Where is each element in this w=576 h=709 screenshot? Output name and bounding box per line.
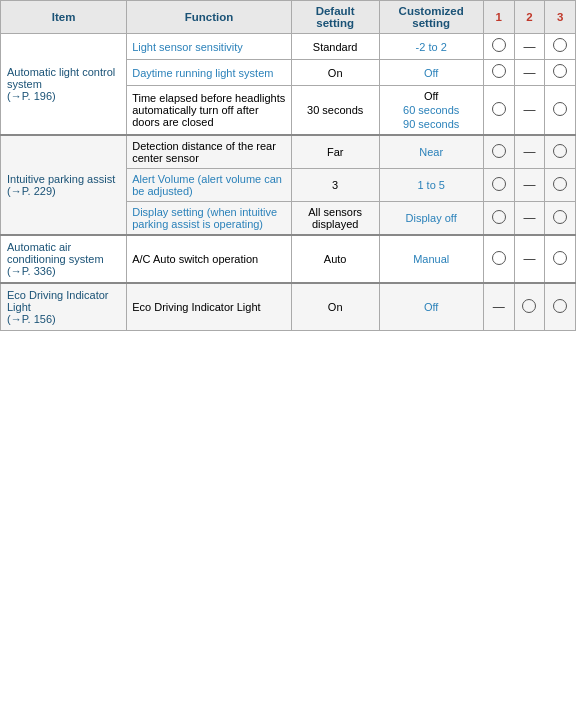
col1-cell	[483, 235, 514, 283]
header-default-setting: Default setting	[291, 1, 379, 34]
col2-cell: —	[514, 202, 545, 236]
col1-cell: —	[483, 283, 514, 331]
header-col2: 2	[514, 1, 545, 34]
circle-icon	[553, 251, 567, 265]
circle-icon	[553, 38, 567, 52]
default-cell: On	[291, 283, 379, 331]
item-cell: Intuitive parking assist(→P. 229)	[1, 135, 127, 235]
custom-cell: 1 to 5	[379, 169, 483, 202]
circle-icon	[492, 251, 506, 265]
custom-cell: Off	[379, 283, 483, 331]
function-cell: Time elapsed before headlights automatic…	[127, 86, 292, 136]
col2-cell: —	[514, 86, 545, 136]
default-cell: 30 seconds	[291, 86, 379, 136]
col1-cell	[483, 202, 514, 236]
col3-cell	[545, 202, 576, 236]
col3-cell	[545, 60, 576, 86]
header-col1: 1	[483, 1, 514, 34]
col1-cell	[483, 169, 514, 202]
col2-cell: —	[514, 235, 545, 283]
col3-cell	[545, 86, 576, 136]
default-cell: All sensors displayed	[291, 202, 379, 236]
col2-cell	[514, 283, 545, 331]
dash-icon: —	[523, 103, 535, 117]
circle-icon	[522, 299, 536, 313]
dash-icon: —	[523, 252, 535, 266]
table-row: Intuitive parking assist(→P. 229)Detecti…	[1, 135, 576, 169]
function-cell: Display setting (when intuitive parking …	[127, 202, 292, 236]
default-cell: Standard	[291, 34, 379, 60]
header-item: Item	[1, 1, 127, 34]
custom-cell: Near	[379, 135, 483, 169]
dash-icon: —	[493, 300, 505, 314]
item-cell: Automatic light control system(→P. 196)	[1, 34, 127, 136]
dash-icon: —	[523, 211, 535, 225]
item-cell: Automatic air conditioning system(→P. 33…	[1, 235, 127, 283]
circle-icon	[553, 177, 567, 191]
dash-icon: —	[523, 145, 535, 159]
header-function: Function	[127, 1, 292, 34]
col1-cell	[483, 86, 514, 136]
col3-cell	[545, 135, 576, 169]
circle-icon	[553, 64, 567, 78]
col2-cell: —	[514, 135, 545, 169]
dash-icon: —	[523, 178, 535, 192]
circle-icon	[553, 144, 567, 158]
col3-cell	[545, 34, 576, 60]
circle-icon	[492, 64, 506, 78]
col3-cell	[545, 235, 576, 283]
default-cell: Auto	[291, 235, 379, 283]
custom-cell: Off	[379, 60, 483, 86]
col2-cell: —	[514, 60, 545, 86]
default-cell: On	[291, 60, 379, 86]
table-row: Eco Driving Indicator Light(→P. 156)Eco …	[1, 283, 576, 331]
custom-cell: Display off	[379, 202, 483, 236]
circle-icon	[492, 102, 506, 116]
col3-cell	[545, 169, 576, 202]
circle-icon	[553, 210, 567, 224]
header-col3: 3	[545, 1, 576, 34]
dash-icon: —	[523, 40, 535, 54]
circle-icon	[492, 38, 506, 52]
circle-icon	[492, 144, 506, 158]
function-cell: A/C Auto switch operation	[127, 235, 292, 283]
circle-icon	[553, 102, 567, 116]
default-cell: Far	[291, 135, 379, 169]
col1-cell	[483, 34, 514, 60]
default-cell: 3	[291, 169, 379, 202]
header-customized-setting: Customized setting	[379, 1, 483, 34]
dash-icon: —	[523, 66, 535, 80]
col3-cell	[545, 283, 576, 331]
custom-cell: Off60 seconds90 seconds	[379, 86, 483, 136]
custom-cell: -2 to 2	[379, 34, 483, 60]
settings-table: Item Function Default setting Customized…	[0, 0, 576, 331]
custom-cell: Manual	[379, 235, 483, 283]
circle-icon	[492, 210, 506, 224]
col2-cell: —	[514, 169, 545, 202]
function-cell: Detection distance of the rear center se…	[127, 135, 292, 169]
circle-icon	[553, 299, 567, 313]
function-cell: Eco Driving Indicator Light	[127, 283, 292, 331]
table-row: Automatic light control system(→P. 196)L…	[1, 34, 576, 60]
circle-icon	[492, 177, 506, 191]
col2-cell: —	[514, 34, 545, 60]
col1-cell	[483, 60, 514, 86]
item-cell: Eco Driving Indicator Light(→P. 156)	[1, 283, 127, 331]
function-cell: Light sensor sensitivity	[127, 34, 292, 60]
function-cell: Daytime running light system	[127, 60, 292, 86]
col1-cell	[483, 135, 514, 169]
function-cell: Alert Volume (alert volume can be adjust…	[127, 169, 292, 202]
table-row: Automatic air conditioning system(→P. 33…	[1, 235, 576, 283]
